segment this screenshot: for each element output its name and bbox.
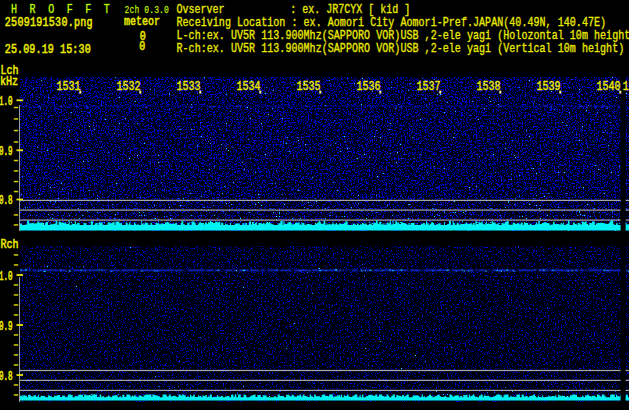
svg-text:16: 16 xyxy=(623,79,629,94)
svg-text:1539: 1539 xyxy=(537,79,561,94)
svg-text:Rch: Rch xyxy=(1,237,19,252)
svg-text:2509191530.png: 2509191530.png xyxy=(5,15,93,30)
svg-text:H R O F F T: H R O F F T xyxy=(11,1,110,16)
svg-text:1538: 1538 xyxy=(477,79,501,94)
svg-text:0.8: 0.8 xyxy=(0,193,13,208)
svg-text:1533: 1533 xyxy=(177,79,201,94)
svg-text:25.09.19 15:30: 25.09.19 15:30 xyxy=(5,42,91,57)
svg-text:1537: 1537 xyxy=(417,79,441,94)
svg-text:R-ch:ex. UV5R 113.900Mhz(SAPPO: R-ch:ex. UV5R 113.900Mhz(SAPPORO VOR)USB… xyxy=(177,41,625,56)
svg-text:0.9: 0.9 xyxy=(0,144,13,159)
svg-text:1531: 1531 xyxy=(57,79,81,94)
svg-text:kHz: kHz xyxy=(0,74,18,89)
svg-text:0: 0 xyxy=(139,39,145,54)
svg-text:1535: 1535 xyxy=(297,79,321,94)
svg-text:meteor: meteor xyxy=(124,13,160,28)
svg-text:1.0: 1.0 xyxy=(0,94,13,109)
svg-text:1.0: 1.0 xyxy=(0,269,13,284)
svg-text:0.8: 0.8 xyxy=(0,369,13,384)
svg-text:1536: 1536 xyxy=(357,79,381,94)
svg-text:1534: 1534 xyxy=(237,79,261,94)
svg-text:0.9: 0.9 xyxy=(0,319,13,334)
svg-text:1540: 1540 xyxy=(597,79,621,94)
svg-text:1532: 1532 xyxy=(117,79,141,94)
